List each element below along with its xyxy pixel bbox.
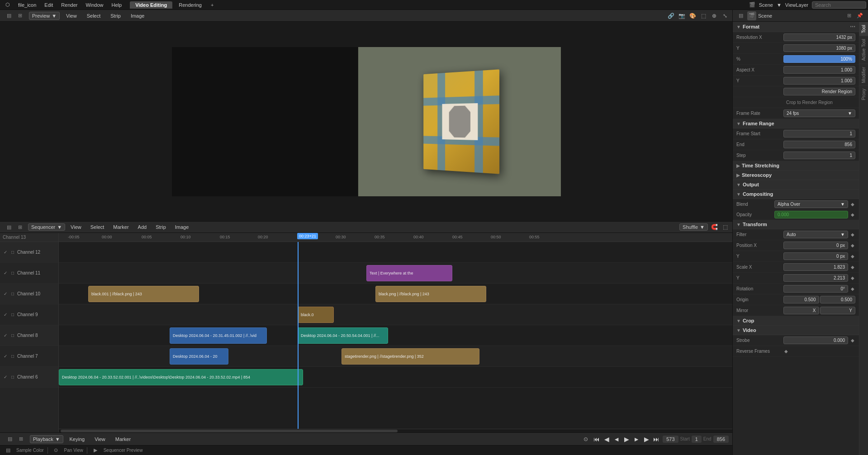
- clip-desktop-ch8-2[interactable]: Desktop 2024.06.04 - 20.50.54.04.001 | /…: [298, 327, 388, 344]
- scale-x-keyframe-btn[interactable]: ◆: [850, 265, 855, 270]
- tracks-area[interactable]: Text | Everywhere at the black.001 | //b…: [59, 242, 732, 429]
- preview-image-menu[interactable]: Image: [127, 12, 148, 19]
- overlay-icon[interactable]: ⬚: [699, 11, 708, 20]
- ch11-lock[interactable]: □: [10, 270, 15, 276]
- clip-audio-desktop[interactable]: Desktop 2024.06.04 - 20.33.52.02.001 | /…: [59, 369, 303, 385]
- compositing-section-header[interactable]: ▼ Compositing: [733, 190, 859, 199]
- mirror-y-value[interactable]: Y: [820, 307, 856, 314]
- ch6-eye[interactable]: ✓: [3, 374, 8, 380]
- clip-desktop-ch8-1[interactable]: Desktop 2024.06.04 - 20.31.45.01.002 | /…: [170, 327, 267, 344]
- aspect-x-value[interactable]: 1.000: [783, 66, 855, 74]
- scale-y-value[interactable]: 2.213: [783, 274, 848, 282]
- crop-section-header[interactable]: ▼ Crop: [733, 316, 859, 326]
- gizmo-icon[interactable]: ⊕: [710, 11, 719, 20]
- clip-blackpng[interactable]: black.png | //black.png | 243: [375, 286, 486, 302]
- keying-menu[interactable]: Keying: [66, 436, 89, 443]
- palette-icon[interactable]: 🎨: [688, 11, 697, 20]
- color-picker-icon[interactable]: ⊙: [581, 435, 590, 444]
- frame-rate-dropdown[interactable]: 24 fps ▼: [783, 109, 855, 117]
- ch10-eye[interactable]: ✓: [3, 291, 8, 297]
- camera-icon[interactable]: 📷: [677, 11, 686, 20]
- playback-panel-type[interactable]: ▤: [5, 435, 14, 444]
- playback-panel-expand[interactable]: ⊞: [16, 435, 25, 444]
- rotation-keyframe-btn[interactable]: ◆: [850, 286, 855, 292]
- rp-panel-icon[interactable]: ▤: [736, 11, 745, 20]
- timeline-scrollbar-thumb[interactable]: [61, 430, 398, 432]
- rp-expand-icon[interactable]: ⊞: [844, 11, 854, 20]
- add-tab-button[interactable]: +: [208, 1, 216, 9]
- side-tab-modifier[interactable]: Modifier: [859, 64, 868, 86]
- resolution-pct-value[interactable]: 100%: [783, 55, 855, 63]
- resolution-y-value[interactable]: 1080 px: [783, 44, 855, 52]
- status-icon2[interactable]: ⊙: [52, 446, 61, 455]
- seq-panel-type-icon[interactable]: ▤: [5, 223, 14, 232]
- side-tab-tool[interactable]: Tool: [859, 22, 868, 36]
- frame-step-value[interactable]: 1: [783, 152, 855, 159]
- ch9-eye[interactable]: ✓: [3, 312, 8, 318]
- seq-panel-view-icon[interactable]: ⊞: [15, 223, 24, 232]
- side-tab-active-tool[interactable]: Active Tool: [859, 36, 868, 63]
- seq-view-menu[interactable]: View: [67, 223, 85, 231]
- transform-section-header[interactable]: ▼ Transform: [733, 220, 859, 229]
- shuffle-dropdown[interactable]: Shuffle ▼: [679, 223, 708, 231]
- reverse-keyframe-btn[interactable]: ◆: [783, 349, 789, 354]
- playback-view-menu[interactable]: View: [91, 436, 109, 443]
- seq-overlay-icon[interactable]: ⬚: [721, 223, 730, 232]
- video-section-header[interactable]: ▼ Video: [733, 326, 859, 335]
- scale-x-value[interactable]: 1.823: [783, 263, 848, 271]
- tab-video-editing[interactable]: Video Editing: [130, 1, 172, 9]
- opacity-keyframe-btn[interactable]: ◆: [850, 212, 855, 218]
- output-section-header[interactable]: ▼ Output: [733, 180, 859, 190]
- seq-select-menu[interactable]: Select: [87, 223, 108, 231]
- clip-desktop-ch7[interactable]: Desktop 2024.06.04 - 20: [170, 348, 228, 365]
- pos-x-value[interactable]: 0 px: [783, 242, 848, 249]
- ch12-eye[interactable]: ✓: [3, 250, 8, 255]
- play-btn[interactable]: ▶: [622, 435, 631, 444]
- ch11-eye[interactable]: ✓: [3, 270, 8, 276]
- pos-y-keyframe-btn[interactable]: ◆: [850, 254, 855, 259]
- render-region-value[interactable]: Render Region: [783, 88, 855, 95]
- strobe-keyframe-btn[interactable]: ◆: [850, 338, 855, 343]
- ch12-lock[interactable]: □: [10, 250, 15, 255]
- pos-y-value[interactable]: 0 px: [783, 252, 848, 260]
- preview-mode-dropdown[interactable]: Preview ▼: [29, 12, 60, 20]
- stereoscopy-section-header[interactable]: ▶ Stereoscopy: [733, 171, 859, 180]
- strobe-value[interactable]: 0.000: [783, 337, 848, 344]
- menu-render[interactable]: Render: [57, 1, 81, 9]
- ch9-lock[interactable]: □: [10, 312, 15, 318]
- search-input[interactable]: [812, 1, 866, 9]
- origin-y-value[interactable]: 0.500: [820, 296, 856, 303]
- menu-edit[interactable]: Edit: [41, 1, 57, 9]
- frame-start-value[interactable]: 1: [783, 130, 855, 137]
- preview-panel-type-icon[interactable]: ▤: [5, 11, 14, 20]
- clip-black001[interactable]: black.001 | //black.png | 243: [88, 286, 199, 302]
- menu-window[interactable]: Window: [82, 1, 107, 9]
- format-options-btn[interactable]: ⋯: [850, 24, 855, 30]
- prev-frame-btn[interactable]: ◀: [602, 435, 611, 444]
- next-frame-btn[interactable]: ▶: [642, 435, 651, 444]
- blend-keyframe-btn[interactable]: ◆: [850, 202, 855, 207]
- scale-y-keyframe-btn[interactable]: ◆: [850, 275, 855, 281]
- origin-x-value[interactable]: 0.500: [783, 296, 819, 303]
- rp-scene-icon[interactable]: 🎬: [747, 11, 756, 20]
- sequencer-mode-dropdown[interactable]: Sequencer ▼: [28, 223, 65, 231]
- frame-range-section-header[interactable]: ▼ Frame Range: [733, 119, 859, 128]
- jump-start-btn[interactable]: ⏮: [592, 435, 601, 444]
- tab-rendering[interactable]: Rendering: [173, 1, 207, 9]
- rotation-value[interactable]: 0°: [783, 285, 848, 293]
- current-frame-display[interactable]: 573: [663, 436, 678, 443]
- jump-end-btn[interactable]: ⏭: [652, 435, 661, 444]
- next-key-btn[interactable]: ►: [632, 435, 641, 444]
- status-icon3[interactable]: ▶: [91, 446, 100, 455]
- clip-text-everywhere[interactable]: Text | Everywhere at the: [366, 265, 452, 281]
- opacity-value[interactable]: 0.000: [774, 211, 848, 218]
- side-tab-proxy[interactable]: Proxy: [859, 85, 868, 103]
- aspect-y-value[interactable]: 1.000: [783, 77, 855, 85]
- preview-select-menu[interactable]: Select: [83, 12, 104, 19]
- preview-strip-menu[interactable]: Strip: [107, 12, 124, 19]
- ch7-lock[interactable]: □: [10, 354, 15, 359]
- preview-view-menu[interactable]: View: [62, 12, 81, 19]
- rp-pin-icon[interactable]: 📌: [855, 11, 864, 20]
- fullscreen-icon[interactable]: ⤡: [721, 11, 730, 20]
- blend-dropdown[interactable]: Alpha Over ▼: [774, 200, 848, 208]
